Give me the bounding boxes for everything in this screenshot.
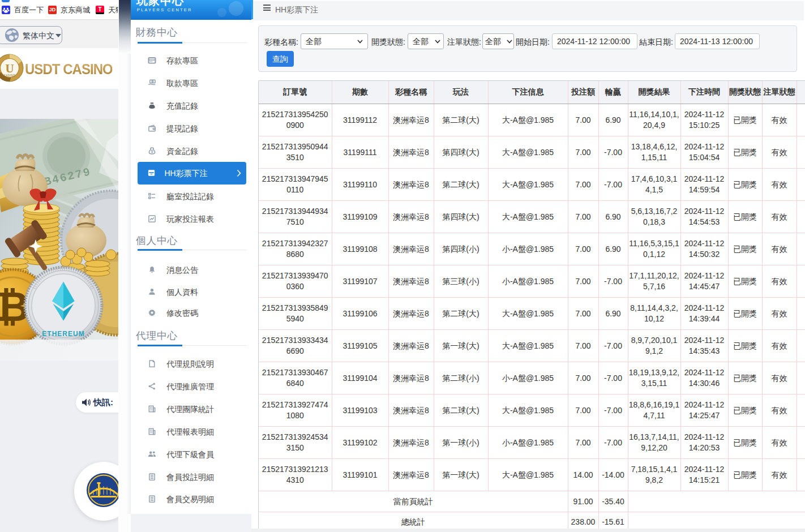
svg-text:U: U (5, 62, 14, 75)
svg-text:$: $ (151, 149, 153, 154)
svg-text:₿: ₿ (0, 284, 29, 329)
svg-text:ETHEREUM: ETHEREUM (42, 330, 84, 338)
svg-text:CASINO: CASINO (4, 74, 15, 77)
